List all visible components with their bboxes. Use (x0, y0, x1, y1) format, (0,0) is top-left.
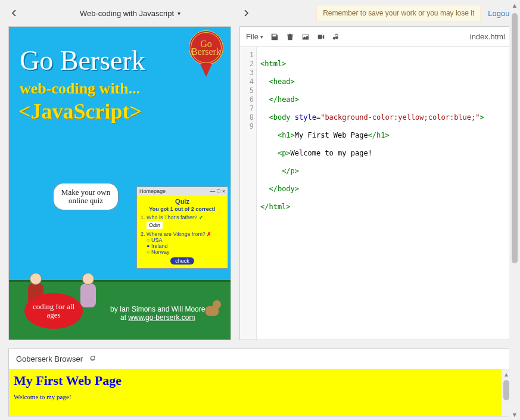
image-icon[interactable] (301, 33, 310, 41)
file-menu[interactable]: File▾ (246, 32, 263, 41)
speech-bubble-1: Make your own online quiz (53, 183, 119, 210)
line-gutter: 123 456 789 (240, 47, 257, 340)
award-rosette: Go Berserk (189, 30, 223, 77)
byline-authors: by Ian Simons and Will Moore (110, 305, 205, 313)
quiz-check-button: check (170, 257, 194, 265)
cross-icon: ✗ (207, 231, 211, 237)
scroll-track[interactable] (509, 11, 520, 409)
window-controls: —□× (208, 188, 225, 194)
save-reminder-banner: Remember to save your work or you may lo… (316, 5, 481, 21)
preview-header: Goberserk Browser (9, 349, 511, 369)
book-cover-panel: Go Berserk Go Berserk web-coding with...… (8, 26, 231, 340)
filename-label: index.html (470, 32, 505, 41)
main-area: Go Berserk Go Berserk web-coding with...… (0, 26, 520, 340)
preview-title: Goberserk Browser (16, 354, 83, 363)
preview-body: My First Web Page Welcome to my page! ▲ (9, 369, 511, 416)
scroll-thumb[interactable] (512, 13, 518, 263)
quiz-score: You got 1 out of 2 correct! (141, 206, 224, 212)
page-scrollbar[interactable]: ▲ ▼ (509, 0, 520, 420)
quiz-title: Quiz (141, 198, 224, 205)
award-badge: Go Berserk (189, 30, 223, 65)
quiz-q1-answer: Odin (147, 222, 163, 229)
scroll-up-icon[interactable]: ▲ (509, 0, 520, 11)
lesson-title: Web-coding with Javascript (80, 9, 174, 18)
quiz-q1: 1. Who is Thor's father? ✓ (141, 214, 224, 220)
rendered-page: My First Web Page Welcome to my page! (9, 369, 502, 416)
quiz-window: Homepage —□× Quiz You got 1 out of 2 cor… (136, 186, 228, 269)
quiz-window-bar: Homepage —□× (137, 187, 228, 195)
byline: by Ian Simons and Will Moore at www.go-b… (110, 305, 205, 322)
app-root: Web-coding with Javascript ▾ Remember to… (0, 0, 520, 420)
lesson-title-dropdown[interactable]: Web-coding with Javascript ▾ (80, 9, 180, 18)
save-icon[interactable] (270, 33, 279, 41)
caret-down-icon: ▾ (178, 10, 180, 17)
quiz-q2: 2. Where are Vikings from? ✗ (141, 231, 224, 237)
caret-down-icon: ▾ (260, 34, 263, 40)
trash-icon[interactable] (286, 33, 294, 41)
quiz-opt: ○ USA (147, 237, 224, 243)
scroll-thumb[interactable] (503, 380, 509, 400)
preview-panel: Goberserk Browser My First Web Page Welc… (8, 349, 512, 416)
byline-url-line: at www.go-berserk.com (110, 313, 205, 322)
check-icon: ✓ (199, 214, 204, 220)
rendered-h1: My First Web Page (14, 373, 497, 388)
character-girl (80, 273, 96, 307)
quiz-body: Quiz You got 1 out of 2 correct! 1. Who … (137, 195, 228, 268)
next-button[interactable] (240, 7, 252, 19)
logout-link[interactable]: Logout (488, 9, 512, 18)
video-icon[interactable] (317, 33, 325, 41)
subtitle-line2: <JavaScript> (9, 98, 231, 124)
editor-panel: File▾ index.html 123 456 789 <html> <hea… (239, 26, 512, 340)
book-cover: Go Berserk Go Berserk web-coding with...… (9, 27, 231, 340)
subtitle-line1: web-coding with... (9, 76, 231, 98)
editor-toolbar: File▾ index.html (240, 27, 511, 47)
ages-badge: coding for all ages (24, 293, 83, 329)
prev-button[interactable] (8, 7, 20, 19)
code-area[interactable]: 123 456 789 <html> <head> </head> <body … (240, 47, 511, 340)
ribbon-icon (200, 64, 212, 77)
top-bar: Web-coding with Javascript ▾ Remember to… (0, 0, 520, 26)
scroll-down-icon[interactable]: ▼ (509, 409, 520, 420)
refresh-icon[interactable] (89, 354, 96, 364)
quiz-opt: ○ Norway (147, 249, 224, 255)
audio-icon[interactable] (332, 33, 341, 41)
rendered-p: Welcome to my page! (14, 393, 497, 400)
code-content[interactable]: <html> <head> </head> <body style="backg… (257, 47, 484, 340)
quiz-opt: ● Ireland (147, 243, 224, 249)
quiz-tab-label: Homepage (139, 188, 166, 194)
